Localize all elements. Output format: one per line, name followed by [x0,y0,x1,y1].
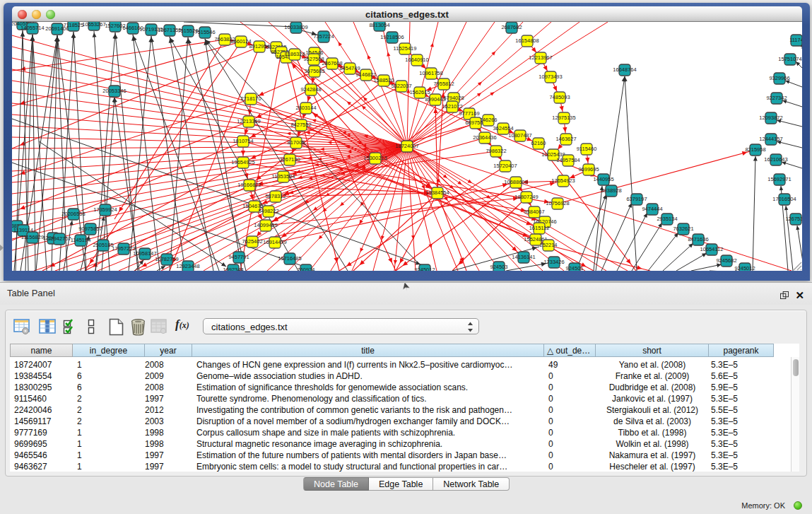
svg-text:17654923: 17654923 [551,177,575,184]
svg-text:9245682: 9245682 [716,257,736,264]
svg-text:8660124: 8660124 [230,38,251,45]
svg-text:16033809: 16033809 [284,24,307,30]
svg-text:8215958: 8215958 [745,146,765,153]
svg-text:2803144: 2803144 [295,105,316,111]
svg-text:11525419: 11525419 [394,45,417,52]
svg-text:10756928: 10756928 [546,200,569,206]
svg-text:15300213: 15300213 [363,155,387,161]
svg-text:8990443: 8990443 [425,96,445,103]
svg-text:9245012: 9245012 [414,267,435,271]
svg-text:14136141: 14136141 [512,254,535,260]
svg-text:11353594: 11353594 [272,173,295,180]
svg-text:2935134: 2935134 [657,216,677,222]
svg-text:9474444: 9474444 [642,206,662,212]
svg-text:5498222: 5498222 [258,208,278,214]
svg-text:7632621: 7632621 [673,226,693,232]
svg-text:2505185: 2505185 [93,242,113,248]
svg-text:924503: 924503 [490,264,507,270]
svg-text:3675685: 3675685 [304,68,324,74]
svg-text:12213369: 12213369 [237,118,260,124]
svg-text:1440955: 1440955 [593,176,613,182]
svg-text:3624554: 3624554 [493,125,513,132]
svg-text:8427552: 8427552 [290,122,311,128]
svg-text:7118525: 7118525 [64,22,84,28]
svg-text:1615112: 1615112 [529,225,550,231]
svg-text:12975135: 12975135 [552,115,575,121]
svg-text:9115460: 9115460 [577,146,597,152]
svg-text:1810754: 1810754 [233,138,253,144]
svg-text:10807487: 10807487 [508,132,531,139]
svg-text:8454749: 8454749 [339,65,360,71]
svg-text:10958147: 10958147 [133,250,156,257]
svg-text:7357224: 7357224 [313,33,334,40]
svg-text:8938928: 8938928 [601,187,621,194]
svg-text:1562615: 1562615 [409,89,430,95]
svg-text:7625402: 7625402 [242,238,262,245]
svg-text:16648764: 16648764 [613,66,636,73]
svg-text:20206558: 20206558 [61,211,85,217]
svg-text:20364436: 20364436 [473,134,496,141]
svg-text:15720407: 15720407 [493,163,517,169]
svg-text:90975857: 90975857 [78,226,102,232]
svg-text:2718170: 2718170 [240,95,261,102]
svg-text:9384067: 9384067 [524,209,544,215]
svg-text:1267534: 1267534 [785,216,802,222]
svg-text:9699695: 9699695 [578,166,599,173]
svg-text:12093872: 12093872 [759,115,782,121]
svg-text:5878312: 5878312 [265,193,286,199]
svg-text:20053346: 20053346 [102,88,126,94]
svg-text:9245012: 9245012 [734,265,755,271]
svg-text:12213967: 12213967 [529,54,552,61]
svg-text:15716485: 15716485 [278,255,301,262]
svg-text:252214: 252214 [539,242,557,248]
svg-text:9527508: 9527508 [303,56,324,62]
svg-text:1145194: 1145194 [71,237,91,243]
svg-text:16154808: 16154808 [515,37,539,44]
svg-text:817006: 817006 [287,139,305,146]
svg-text:7485093: 7485093 [549,94,570,100]
svg-text:19384554: 19384554 [425,189,449,196]
svg-text:10961758: 10961758 [419,70,442,76]
svg-text:15692971: 15692971 [767,176,791,182]
svg-text:1463627: 1463627 [555,136,576,142]
svg-text:9329966: 9329966 [769,75,789,81]
svg-text:8813054: 8813054 [369,22,389,28]
svg-text:14957584: 14957584 [556,157,579,163]
svg-text:2687682: 2687682 [501,24,522,30]
svg-text:16914479: 16914479 [263,239,286,245]
svg-text:9242848: 9242848 [300,86,321,93]
svg-text:3267130: 3267130 [279,156,300,163]
svg-text:19654925: 19654925 [231,159,254,165]
svg-text:18807249: 18807249 [514,194,538,200]
svg-text:746266: 746266 [479,117,497,123]
svg-text:17016504: 17016504 [772,196,796,202]
svg-text:5322037: 5322037 [391,83,411,89]
svg-text:9227342: 9227342 [766,95,787,101]
svg-text:19166822: 19166822 [237,182,261,188]
svg-text:12444157: 12444157 [759,136,782,142]
svg-text:6794028: 6794028 [443,95,464,101]
svg-text:8186328: 8186328 [284,51,305,57]
svg-text:14099489: 14099489 [254,222,277,228]
svg-text:7955812: 7955812 [433,81,454,87]
svg-text:16782759: 16782759 [155,256,178,262]
svg-text:18724007: 18724007 [395,143,418,149]
svg-text:15751074: 15751074 [778,56,801,62]
svg-text:760924: 760924 [297,267,314,271]
svg-text:8471636: 8471636 [688,236,708,243]
svg-text:17359924: 17359924 [93,206,117,213]
svg-text:6379197: 6379197 [626,196,647,202]
svg-text:1621072: 1621072 [442,103,462,110]
svg-text:9457791: 9457791 [228,254,249,260]
svg-text:16640910: 16640910 [405,57,428,63]
svg-text:7986322: 7986322 [486,148,506,154]
svg-text:10654112: 10654112 [700,246,724,252]
svg-text:14055714: 14055714 [20,25,44,31]
svg-text:16210643: 16210643 [764,156,787,163]
svg-text:9777169: 9777169 [459,110,479,117]
svg-text:62160: 62160 [531,140,546,146]
svg-text:12923448: 12923448 [176,263,199,269]
svg-text:10653267: 10653267 [82,22,105,28]
svg-text:1733426: 1733426 [543,259,564,265]
svg-text:10688609: 10688609 [504,179,527,185]
